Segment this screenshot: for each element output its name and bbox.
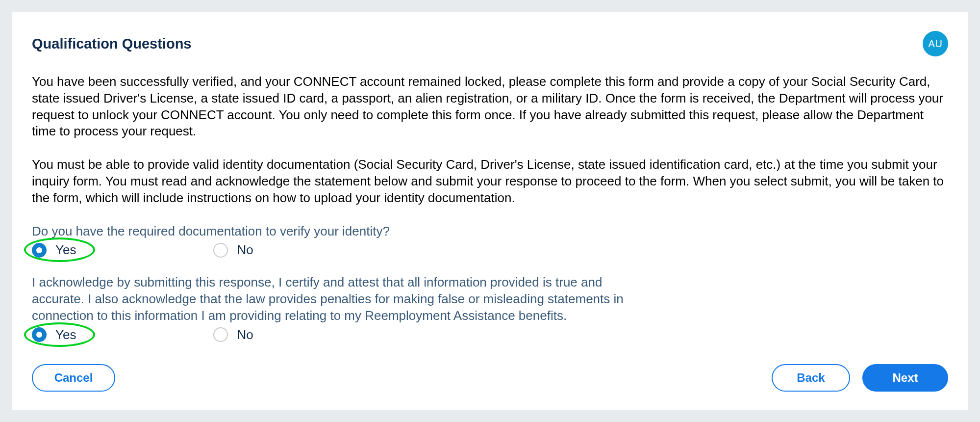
radio-unselected-icon: [213, 327, 228, 342]
question-2-radio-group: Yes No: [20, 327, 960, 359]
page-stage: Qualification Questions AU You have been…: [0, 0, 980, 422]
radio-selected-icon: [32, 243, 47, 258]
radio-label: No: [237, 242, 253, 258]
page-title: Qualification Questions: [32, 36, 192, 52]
question-2-option-yes[interactable]: Yes: [32, 327, 76, 343]
question-1-radio-group: Yes No: [20, 242, 960, 274]
question-1-option-yes[interactable]: Yes: [32, 242, 76, 258]
radio-label: Yes: [55, 327, 76, 343]
avatar[interactable]: AU: [923, 31, 948, 56]
back-button[interactable]: Back: [772, 364, 850, 392]
radio-label: No: [237, 327, 253, 343]
intro-paragraph-1: You have been successfully verified, and…: [20, 74, 960, 140]
radio-unselected-icon: [213, 243, 228, 258]
header-row: Qualification Questions AU: [20, 31, 960, 74]
question-2-prompt: I acknowledge by submitting this respons…: [20, 274, 657, 324]
question-1-option-no[interactable]: No: [213, 242, 253, 258]
intro-paragraph-2: You must be able to provide valid identi…: [20, 157, 960, 206]
footer-row: Cancel Back Next: [20, 359, 960, 392]
form-panel: Qualification Questions AU You have been…: [12, 12, 968, 410]
question-1-prompt: Do you have the required documentation t…: [20, 223, 657, 240]
radio-selected-icon: [32, 327, 47, 342]
cancel-button[interactable]: Cancel: [32, 364, 115, 392]
question-2-option-no[interactable]: No: [213, 327, 253, 343]
radio-label: Yes: [55, 242, 76, 258]
next-button[interactable]: Next: [862, 364, 948, 392]
footer-right-group: Back Next: [772, 364, 948, 392]
